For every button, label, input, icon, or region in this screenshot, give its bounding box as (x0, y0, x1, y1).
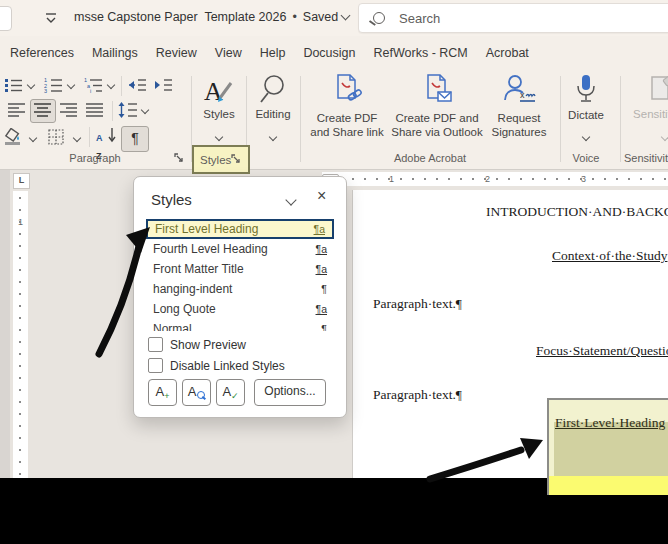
letter-a-icon: A (222, 384, 231, 399)
vertical-ruler[interactable]: 1 (13, 191, 28, 478)
shading-dropdown-icon[interactable] (29, 134, 37, 142)
dictate-button[interactable]: Dictate (562, 74, 610, 121)
divider (121, 76, 122, 96)
borders-icon[interactable] (48, 129, 65, 146)
button-label-line: Signatures (492, 126, 547, 138)
letter-a-icon: A (188, 384, 197, 399)
style-item-hanging-indent[interactable]: hanging-indent ¶ (146, 279, 334, 299)
style-item-long-quote[interactable]: Long Quote ¶a (146, 299, 334, 319)
shading-icon[interactable] (4, 128, 24, 146)
ribbon-tab-row: References Mailings Review View Help Doc… (0, 36, 668, 69)
document-title-text: msse Capstone Paper Template 2026 (74, 10, 286, 24)
paragraph-dialog-launcher-icon[interactable] (174, 153, 185, 164)
tab-refworks[interactable]: RefWorks - RCM (374, 46, 468, 60)
bullets-icon[interactable] (4, 78, 23, 93)
style-item-fourth-level-heading[interactable]: Fourth Level Heading ¶a (146, 239, 334, 259)
request-signatures-button[interactable]: x Request Signatures (486, 74, 552, 139)
callout-heading-text: First·Level·Heading (555, 415, 665, 431)
styles-dropdown-icon[interactable] (215, 133, 223, 141)
svg-text:3: 3 (44, 88, 47, 93)
pdf-outlook-icon (421, 74, 453, 106)
tab-help[interactable]: Help (260, 46, 286, 60)
dictate-mic-icon (574, 74, 598, 105)
tab-stop-selector[interactable]: L (13, 173, 30, 189)
button-label-line: and Share link (310, 126, 384, 138)
style-item-first-level-heading[interactable]: First Level Heading ¶a (146, 219, 334, 239)
svg-text:i: i (90, 88, 91, 93)
search-input[interactable] (397, 10, 601, 27)
horizontal-ruler[interactable]: 1 2 3 (322, 172, 668, 186)
save-status: Saved (303, 10, 338, 24)
numbering-dropdown-icon[interactable] (67, 81, 75, 89)
bullets-dropdown-icon[interactable] (27, 81, 35, 89)
first-level-heading-callout: First·Level·Heading (547, 398, 668, 495)
create-pdf-share-outlook-button[interactable]: Create PDF and Share via Outlook (382, 74, 492, 139)
doc-heading-focus: Focus·Statement/Questions (536, 343, 668, 359)
chevron-down-icon[interactable] (340, 11, 350, 21)
justify-icon[interactable] (86, 103, 104, 117)
line-spacing-dropdown-icon[interactable] (141, 106, 149, 114)
show-preview-row: Show Preview (148, 337, 246, 352)
options-button[interactable]: Options... (254, 379, 326, 406)
multilevel-list-icon[interactable]: 1 a i (84, 77, 103, 93)
styles-dialog-launcher-icon[interactable] (231, 154, 242, 165)
tab-references[interactable]: References (10, 46, 74, 60)
editing-dropdown-icon[interactable] (269, 133, 277, 141)
borders-dropdown-icon[interactable] (73, 134, 81, 142)
panel-chevron-down-icon[interactable] (285, 194, 296, 205)
tab-docusign[interactable]: Docusign (303, 46, 355, 60)
group-divider (300, 76, 301, 162)
style-item-front-matter-title[interactable]: Front Matter Title ¶a (146, 259, 334, 279)
linked-style-icon: ¶a (316, 303, 327, 315)
title-separator: • (292, 10, 296, 24)
disable-linked-checkbox[interactable] (148, 358, 163, 373)
editing-button[interactable]: Editing (248, 74, 298, 120)
tab-view[interactable]: View (215, 46, 242, 60)
doc-heading-introduction: INTRODUCTION·AND·BACKGROUND (486, 204, 668, 220)
style-item-normal[interactable]: Normal ¶ (146, 319, 334, 331)
styles-button[interactable]: A Styles (194, 74, 244, 120)
document-title[interactable]: msse Capstone Paper Template 2026•Saved (74, 10, 349, 24)
customize-qat-icon[interactable] (44, 12, 58, 24)
tab-mailings[interactable]: Mailings (92, 46, 138, 60)
search-box[interactable] (358, 3, 668, 33)
button-label-line: Request (498, 112, 541, 124)
style-item-label: hanging-indent (153, 282, 232, 296)
disable-linked-row: Disable Linked Styles (148, 358, 285, 373)
panel-close-icon[interactable]: × (317, 187, 326, 205)
tab-acrobat[interactable]: Acrobat (486, 46, 529, 60)
multilevel-dropdown-icon[interactable] (107, 81, 115, 89)
editing-icon (258, 74, 288, 104)
sensitivity-group-label: Sensitivity (624, 152, 668, 164)
styles-group-highlight-annotation: Styles (192, 145, 250, 174)
align-left-icon[interactable] (8, 103, 26, 117)
new-style-button[interactable]: A+ (148, 379, 177, 406)
align-center-button[interactable] (30, 99, 56, 123)
qat-partial-button[interactable] (0, 6, 12, 31)
create-pdf-share-link-button[interactable]: Create PDF and Share link (303, 74, 391, 139)
increase-indent-icon[interactable] (154, 78, 173, 92)
editing-button-label: Editing (248, 108, 298, 120)
show-preview-checkbox[interactable] (148, 337, 163, 352)
styles-button-label: Styles (194, 108, 244, 120)
dictate-dropdown-icon[interactable] (582, 133, 590, 141)
show-hide-pilcrow-button[interactable]: ¶ (121, 126, 149, 152)
line-spacing-icon[interactable] (118, 102, 138, 118)
button-label-line: Create PDF (317, 112, 378, 124)
style-item-label: Normal (153, 322, 192, 331)
decrease-indent-icon[interactable] (128, 78, 147, 92)
linked-style-icon: ¶a (314, 223, 325, 235)
sensitivity-button[interactable]: Sensitivity (624, 74, 668, 120)
numbering-icon[interactable]: 1 2 3 (44, 77, 63, 93)
paragraph-style-icon: ¶ (321, 323, 327, 331)
tab-review[interactable]: Review (156, 46, 197, 60)
search-icon (373, 12, 385, 24)
align-right-icon[interactable] (60, 103, 78, 117)
word-window: msse Capstone Paper Template 2026•Saved … (0, 0, 668, 544)
align-center-icon (34, 103, 52, 117)
manage-styles-button[interactable]: A✓ (216, 379, 245, 406)
request-signatures-icon: x (502, 74, 536, 106)
dictate-button-label: Dictate (562, 109, 610, 121)
sensitivity-dropdown-icon[interactable] (661, 133, 668, 141)
style-inspector-button[interactable]: A (182, 379, 211, 406)
